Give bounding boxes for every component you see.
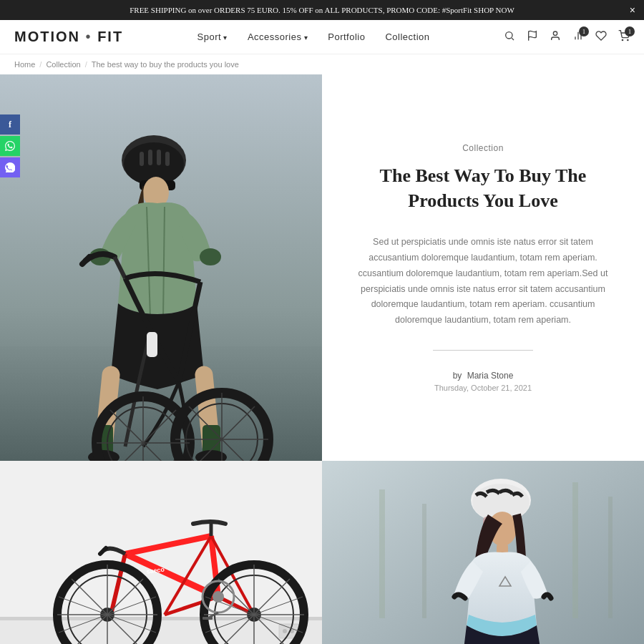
bottom-bike-image: saeco [0,461,322,644]
svg-rect-81 [572,482,578,618]
svg-rect-15 [157,150,161,165]
header-icons: 1 1 [504,30,630,44]
wishlist-icon[interactable] [595,30,607,44]
svg-rect-37 [147,332,157,357]
nav-item-portfolio[interactable]: Portfolio [328,31,365,42]
hero-image [0,74,322,461]
breadcrumb-sep1: / [39,60,42,69]
compare-badge: 1 [579,26,589,36]
svg-point-75 [213,591,224,602]
header: MOTION • FIT Sport Accessories Portfolio… [0,20,644,54]
author-info: by Maria Stone Thursday, October 21, 202… [434,371,532,392]
article-date: Thursday, October 21, 2021 [434,384,532,392]
svg-rect-77 [203,617,213,620]
svg-point-3 [553,31,557,35]
main-content-grid: Collection The Best Way To Buy The Produ… [0,74,644,461]
breadcrumb-current: The best way to buy the products you lov… [92,60,239,69]
facebook-share-button[interactable]: f [0,114,20,135]
bottom-cyclist-image [322,461,644,644]
article-body: Sed ut perspiciatis unde omnis iste natu… [354,235,612,328]
logo-part1: MOTION [14,29,80,44]
content-divider [433,350,533,351]
svg-rect-82 [608,497,613,618]
svg-point-7 [622,39,623,40]
bottom-image-grid: saeco [0,461,644,644]
social-sidebar: f [0,114,20,177]
svg-rect-79 [379,489,385,618]
nav-item-accessories[interactable]: Accessories [248,31,308,42]
logo[interactable]: MOTION • FIT [14,29,123,45]
user-icon[interactable] [550,30,561,44]
nav-item-sport[interactable]: Sport [197,31,228,42]
svg-rect-14 [148,150,152,165]
svg-point-42 [283,629,287,633]
svg-rect-16 [165,152,170,166]
svg-point-20 [200,248,221,265]
viber-share-button[interactable] [0,157,20,177]
svg-point-0 [506,31,512,38]
search-icon[interactable] [504,30,515,44]
logo-part2: FIT [97,29,123,44]
author-name: Maria Stone [467,371,514,381]
logo-dot: • [80,29,97,44]
flag-icon[interactable] [527,30,538,44]
author-byline: by Maria Stone [434,371,532,381]
breadcrumb-sep2: / [85,60,87,69]
announcement-close-button[interactable]: × [630,4,635,16]
breadcrumb-section[interactable]: Collection [46,60,80,69]
svg-rect-13 [140,152,144,166]
by-prefix: by [453,371,462,381]
main-nav: Sport Accessories Portfolio Collection [197,31,430,42]
svg-rect-80 [422,504,426,618]
content-panel: Collection The Best Way To Buy The Produ… [322,74,644,461]
announcement-bar: FREE SHIPPING on over ORDERS 75 EURO. 15… [0,0,644,20]
cart-badge: 1 [625,26,635,36]
svg-point-8 [628,39,628,40]
category-label: Collection [462,143,504,153]
announcement-text: FREE SHIPPING on over ORDERS 75 EURO. 15… [130,6,514,14]
svg-line-1 [512,38,514,40]
cart-icon[interactable]: 1 [618,30,630,44]
compare-icon[interactable]: 1 [572,30,584,44]
nav-item-collection[interactable]: Collection [385,31,429,42]
breadcrumb-home[interactable]: Home [14,60,35,69]
breadcrumb: Home / Collection / The best way to buy … [0,54,644,74]
article-headline: The Best Way To Buy The Products You Lov… [351,163,615,213]
whatsapp-share-button[interactable] [0,136,20,156]
